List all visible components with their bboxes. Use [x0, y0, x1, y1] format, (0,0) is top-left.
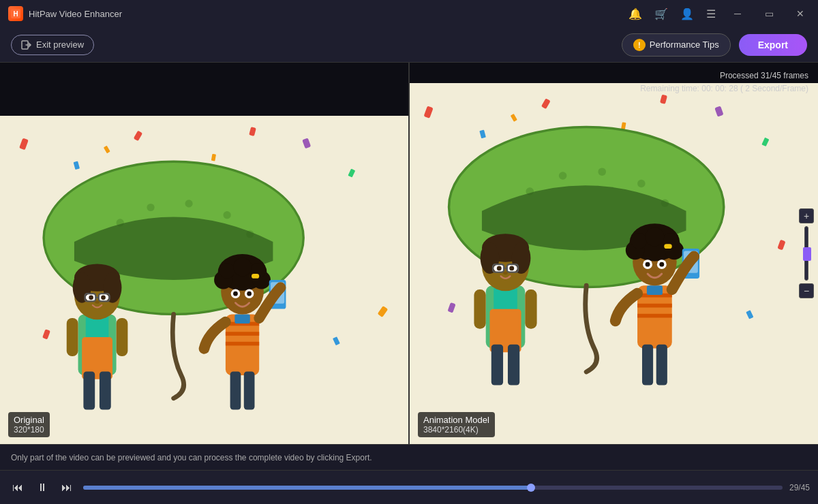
toolbar-right: ! Performance Tips Export	[622, 33, 807, 57]
video-panels: Original 320*180 Processed 31/45 frames …	[0, 63, 818, 444]
svg-point-15	[147, 204, 154, 211]
close-button[interactable]: ✕	[791, 4, 810, 23]
svg-rect-44	[244, 372, 255, 410]
timeline-progress	[83, 486, 531, 490]
toolbar: Exit preview ! Performance Tips Export	[0, 27, 818, 63]
status-message: Only part of the video can be previewed …	[11, 453, 372, 462]
title-bar-right: 🔔 🛒 👤 ☰ ─ ▭ ✕	[628, 4, 810, 23]
play-controls: ⏮ ⏸ ⏭	[8, 478, 76, 497]
svg-point-34	[101, 295, 106, 300]
enhanced-panel-label: Animation Model 3840*2160(4K)	[418, 412, 495, 437]
svg-rect-99	[637, 304, 672, 308]
zoom-controls: + −	[799, 208, 814, 298]
timeline-track[interactable]	[83, 486, 783, 490]
enhanced-resolution: 3840*2160(4K)	[423, 425, 489, 435]
svg-rect-37	[117, 318, 128, 356]
svg-point-49	[219, 263, 234, 278]
processing-frames: Processed 31/45 frames	[640, 69, 808, 82]
menu-icon[interactable]: ☰	[706, 7, 716, 20]
app-icon: H	[8, 6, 23, 21]
original-scene-svg	[0, 116, 408, 444]
original-video-bg: Original 320*180	[0, 63, 408, 444]
exit-icon	[21, 40, 32, 50]
svg-rect-40	[226, 332, 259, 336]
svg-rect-100	[637, 314, 672, 318]
pause-button[interactable]: ⏸	[33, 478, 52, 497]
svg-rect-41	[226, 342, 259, 346]
main-content: Original 320*180 Processed 31/45 frames …	[0, 63, 818, 444]
frame-counter: 29/45	[789, 483, 810, 492]
enhanced-scene-svg	[410, 83, 818, 444]
timeline-thumb	[527, 484, 535, 492]
svg-rect-81	[491, 345, 503, 385]
original-panel: Original 320*180	[0, 63, 410, 444]
processing-time: Remaining time: 00: 00: 28 ( 2 Second/Fr…	[640, 82, 808, 95]
exit-preview-button[interactable]: Exit preview	[11, 35, 94, 55]
zoom-out-button[interactable]: −	[799, 283, 814, 298]
svg-rect-52	[252, 274, 259, 279]
performance-tips-label: Performance Tips	[650, 40, 719, 50]
processing-info: Processed 31/45 frames Remaining time: 0…	[640, 69, 808, 95]
svg-point-33	[89, 295, 93, 300]
enhanced-panel: Processed 31/45 frames Remaining time: 0…	[410, 63, 818, 444]
title-bar-left: H HitPaw Video Enhancer	[8, 6, 122, 21]
original-label-text: Original	[14, 415, 44, 425]
svg-point-55	[233, 292, 238, 296]
original-panel-label: Original 320*180	[8, 412, 50, 437]
svg-point-92	[497, 266, 502, 270]
bell-icon[interactable]: 🔔	[628, 7, 642, 20]
app-title-text: HitPaw Video Enhancer	[29, 9, 122, 19]
svg-point-16	[185, 200, 192, 207]
warning-icon: !	[633, 39, 646, 51]
svg-point-76	[637, 180, 646, 188]
performance-tips-button[interactable]: ! Performance Tips	[622, 33, 731, 57]
svg-point-114	[646, 262, 650, 267]
original-resolution: 320*180	[14, 425, 44, 435]
export-label: Export	[758, 40, 788, 50]
svg-point-35	[95, 300, 100, 303]
svg-rect-102	[642, 345, 653, 385]
timeline-bar: ⏮ ⏸ ⏭ 29/45	[0, 470, 818, 504]
step-forward-button[interactable]: ⏭	[57, 478, 76, 497]
svg-rect-22	[83, 372, 95, 410]
zoom-bar[interactable]	[804, 226, 808, 281]
svg-point-93	[509, 266, 514, 270]
enhanced-video-bg: Animation Model 3840*2160(4K) + −	[410, 63, 818, 444]
status-bar: Only part of the video can be previewed …	[0, 444, 818, 470]
svg-rect-42	[234, 314, 249, 323]
export-button[interactable]: Export	[739, 34, 807, 56]
zoom-thumb	[803, 247, 811, 261]
svg-text:H: H	[13, 10, 18, 18]
svg-point-74	[559, 172, 567, 180]
svg-point-75	[598, 168, 606, 176]
svg-rect-103	[656, 345, 667, 385]
enhanced-label-text: Animation Model	[423, 415, 489, 425]
svg-rect-43	[230, 372, 241, 410]
step-back-button[interactable]: ⏮	[8, 478, 27, 497]
minimize-button[interactable]: ─	[728, 4, 747, 23]
svg-rect-95	[474, 289, 485, 329]
svg-point-56	[247, 292, 252, 296]
user-icon[interactable]: 👤	[680, 7, 694, 20]
svg-rect-82	[508, 345, 519, 385]
svg-rect-36	[67, 318, 78, 356]
zoom-in-button[interactable]: +	[799, 208, 814, 223]
svg-point-110	[646, 227, 665, 247]
svg-point-51	[233, 257, 252, 276]
cart-icon[interactable]: 🛒	[654, 7, 668, 20]
svg-rect-23	[100, 372, 111, 410]
svg-rect-96	[525, 289, 536, 329]
svg-point-115	[659, 262, 664, 267]
title-bar: H HitPaw Video Enhancer 🔔 🛒 👤 ☰ ─ ▭ ✕	[0, 0, 818, 27]
svg-point-94	[503, 272, 508, 275]
svg-rect-111	[664, 244, 672, 249]
maximize-button[interactable]: ▭	[759, 4, 778, 23]
exit-preview-label: Exit preview	[36, 40, 84, 50]
svg-point-17	[224, 211, 231, 219]
svg-rect-101	[647, 285, 663, 295]
svg-point-108	[631, 233, 647, 249]
